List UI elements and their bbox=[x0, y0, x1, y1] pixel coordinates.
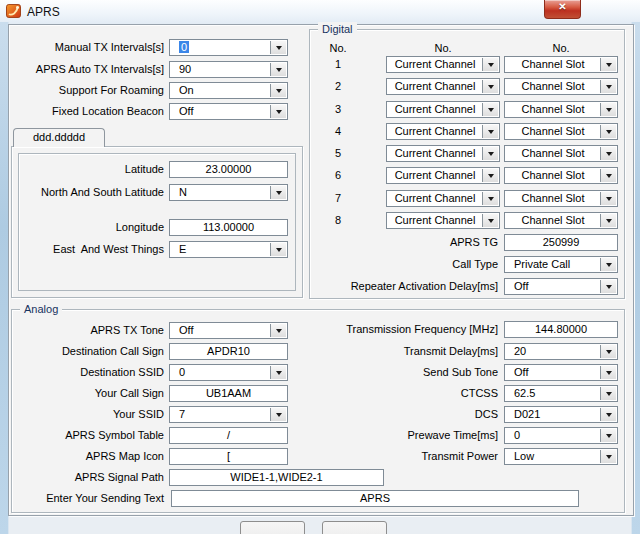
destination-call-sign-input[interactable]: APDR10 bbox=[169, 343, 288, 360]
destination-ssid-combo[interactable]: 0 bbox=[169, 364, 288, 381]
east-west-combo[interactable]: E bbox=[169, 241, 288, 258]
digital-slot-combo-2[interactable]: Channel Slot bbox=[504, 78, 618, 95]
dropdown-arrow-icon[interactable] bbox=[600, 258, 616, 271]
dropdown-arrow-icon[interactable] bbox=[270, 408, 286, 421]
transmit-delay-value: 20 bbox=[505, 344, 601, 359]
dropdown-arrow-icon[interactable] bbox=[270, 324, 286, 337]
digital-row-number: 2 bbox=[318, 78, 358, 95]
digital-slot-combo-4[interactable]: Channel Slot bbox=[504, 123, 618, 140]
digital-channel-combo-1[interactable]: Current Channel bbox=[386, 56, 500, 73]
manual-tx-intervals-label: Manual TX Intervals[s] bbox=[9, 39, 164, 56]
digital-slot-combo-1[interactable]: Channel Slot bbox=[504, 56, 618, 73]
manual-tx-intervals-combo[interactable]: 0 bbox=[169, 39, 288, 56]
dropdown-arrow-icon[interactable] bbox=[600, 214, 616, 227]
close-button[interactable]: ✕ bbox=[544, 0, 581, 19]
aprs-map-icon-input[interactable]: [ bbox=[169, 448, 288, 465]
dropdown-arrow-icon[interactable] bbox=[600, 125, 616, 138]
digital-channel-combo-3[interactable]: Current Channel bbox=[386, 101, 500, 118]
aprs-symbol-table-input[interactable]: / bbox=[169, 427, 288, 444]
dropdown-arrow-icon[interactable] bbox=[600, 103, 616, 116]
dropdown-arrow-icon[interactable] bbox=[600, 366, 616, 379]
transmit-delay-combo[interactable]: 20 bbox=[504, 343, 618, 360]
digital-channel-value: Current Channel bbox=[387, 168, 483, 183]
digital-channel-combo-8[interactable]: Current Channel bbox=[386, 212, 500, 229]
dropdown-arrow-icon[interactable] bbox=[482, 214, 498, 227]
dropdown-arrow-icon[interactable] bbox=[270, 243, 286, 256]
send-sub-tone-label: Send Sub Tone bbox=[289, 364, 498, 381]
send-sub-tone-value: Off bbox=[505, 365, 601, 380]
dropdown-arrow-icon[interactable] bbox=[270, 366, 286, 379]
your-call-sign-label: Your Call Sign bbox=[9, 385, 164, 402]
dcs-combo[interactable]: D021 bbox=[504, 406, 618, 423]
digital-slot-combo-7[interactable]: Channel Slot bbox=[504, 190, 618, 207]
dropdown-arrow-icon[interactable] bbox=[482, 58, 498, 71]
dropdown-arrow-icon[interactable] bbox=[600, 192, 616, 205]
call-type-label: Call Type bbox=[309, 256, 498, 273]
dropdown-arrow-icon[interactable] bbox=[600, 280, 616, 293]
aprs-map-icon-label: APRS Map Icon bbox=[9, 448, 164, 465]
dropdown-arrow-icon[interactable] bbox=[600, 147, 616, 160]
call-type-combo[interactable]: Private Call bbox=[504, 256, 618, 273]
dialog-content-panel: Manual TX Intervals[s] 0 APRS Auto TX In… bbox=[8, 24, 634, 516]
footer-button-1[interactable] bbox=[240, 521, 305, 534]
dropdown-arrow-icon[interactable] bbox=[270, 105, 286, 118]
digital-slot-value: Channel Slot bbox=[505, 146, 601, 161]
transmit-power-combo[interactable]: Low bbox=[504, 448, 618, 465]
sending-text-input[interactable]: APRS bbox=[171, 490, 579, 507]
dropdown-arrow-icon[interactable] bbox=[482, 125, 498, 138]
repeater-activation-delay-label: Repeater Activation Delay[ms] bbox=[309, 278, 498, 295]
dropdown-arrow-icon[interactable] bbox=[270, 63, 286, 76]
dropdown-arrow-icon[interactable] bbox=[600, 169, 616, 182]
repeater-activation-delay-combo[interactable]: Off bbox=[504, 278, 618, 295]
footer-button-2[interactable] bbox=[322, 521, 387, 534]
dropdown-arrow-icon[interactable] bbox=[482, 103, 498, 116]
digital-channel-combo-2[interactable]: Current Channel bbox=[386, 78, 500, 95]
digital-slot-combo-6[interactable]: Channel Slot bbox=[504, 167, 618, 184]
digital-channel-value: Current Channel bbox=[387, 146, 483, 161]
support-for-roaming-combo[interactable]: On bbox=[169, 82, 288, 99]
dropdown-arrow-icon[interactable] bbox=[600, 387, 616, 400]
digital-slot-combo-3[interactable]: Channel Slot bbox=[504, 101, 618, 118]
digital-channel-combo-4[interactable]: Current Channel bbox=[386, 123, 500, 140]
dropdown-arrow-icon[interactable] bbox=[600, 408, 616, 421]
digital-slot-value: Channel Slot bbox=[505, 57, 601, 72]
prewave-time-combo[interactable]: 0 bbox=[504, 427, 618, 444]
dropdown-arrow-icon[interactable] bbox=[600, 345, 616, 358]
longitude-input[interactable]: 113.00000 bbox=[169, 219, 288, 236]
dcs-value: D021 bbox=[505, 407, 601, 422]
your-ssid-combo[interactable]: 7 bbox=[169, 406, 288, 423]
aprs-auto-tx-intervals-label: APRS Auto TX Intervals[s] bbox=[9, 61, 164, 78]
digital-channel-combo-7[interactable]: Current Channel bbox=[386, 190, 500, 207]
dropdown-arrow-icon[interactable] bbox=[482, 169, 498, 182]
your-call-sign-input[interactable]: UB1AAM bbox=[169, 385, 288, 402]
digital-channel-combo-6[interactable]: Current Channel bbox=[386, 167, 500, 184]
ctcss-combo[interactable]: 62.5 bbox=[504, 385, 618, 402]
dropdown-arrow-icon[interactable] bbox=[600, 80, 616, 93]
digital-slot-combo-5[interactable]: Channel Slot bbox=[504, 145, 618, 162]
north-south-latitude-combo[interactable]: N bbox=[169, 184, 288, 201]
digital-slot-combo-8[interactable]: Channel Slot bbox=[504, 212, 618, 229]
aprs-tg-input[interactable]: 250999 bbox=[504, 234, 618, 251]
aprs-tx-tone-combo[interactable]: Off bbox=[169, 322, 288, 339]
dropdown-arrow-icon[interactable] bbox=[600, 429, 616, 442]
dropdown-arrow-icon[interactable] bbox=[600, 58, 616, 71]
digital-row-number: 4 bbox=[318, 123, 358, 140]
dropdown-arrow-icon[interactable] bbox=[270, 186, 286, 199]
digital-channel-combo-5[interactable]: Current Channel bbox=[386, 145, 500, 162]
support-for-roaming-label: Support For Roaming bbox=[9, 82, 164, 99]
aprs-signal-path-input[interactable]: WIDE1-1,WIDE2-1 bbox=[169, 469, 384, 486]
dropdown-arrow-icon[interactable] bbox=[482, 80, 498, 93]
latitude-input[interactable]: 23.00000 bbox=[169, 161, 288, 178]
destination-call-sign-label: Destination Call Sign bbox=[9, 343, 164, 360]
transmission-frequency-input[interactable]: 144.80000 bbox=[504, 321, 618, 338]
digital-slot-value: Channel Slot bbox=[505, 213, 601, 228]
send-sub-tone-combo[interactable]: Off bbox=[504, 364, 618, 381]
dropdown-arrow-icon[interactable] bbox=[482, 147, 498, 160]
dropdown-arrow-icon[interactable] bbox=[270, 84, 286, 97]
dropdown-arrow-icon[interactable] bbox=[600, 450, 616, 463]
aprs-auto-tx-intervals-combo[interactable]: 90 bbox=[169, 61, 288, 78]
fixed-location-beacon-combo[interactable]: Off bbox=[169, 103, 288, 120]
dropdown-arrow-icon[interactable] bbox=[482, 192, 498, 205]
tab-ddd-ddddd[interactable]: ddd.ddddd bbox=[13, 128, 105, 147]
dropdown-arrow-icon[interactable] bbox=[270, 41, 286, 54]
